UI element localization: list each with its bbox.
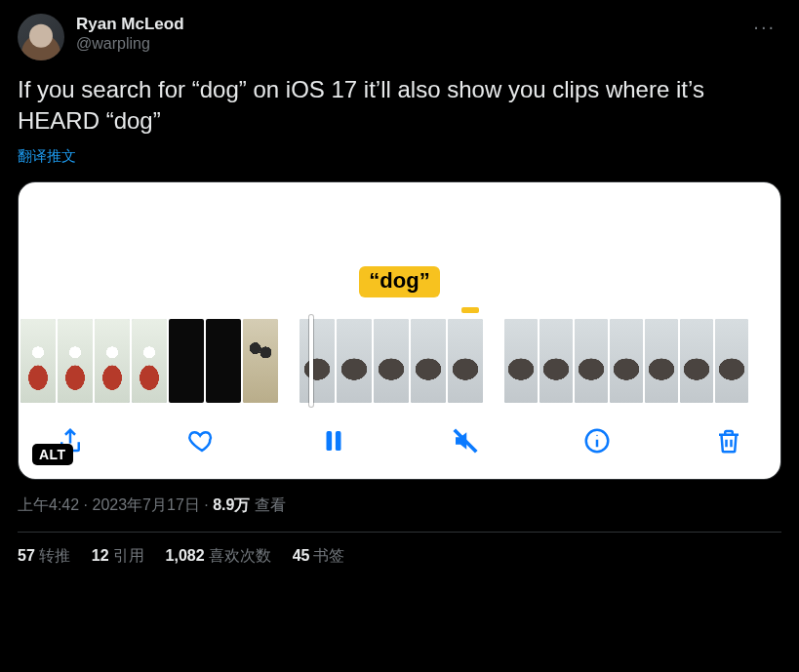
meta-sep: · [200,496,213,513]
views-label: 查看 [250,496,285,513]
thumbnail-strip[interactable] [19,319,780,403]
tweet-container: Ryan McLeod @warpling ··· If you search … [0,0,799,567]
trash-icon[interactable] [712,424,745,457]
caption-caret [461,307,479,313]
tweet-time[interactable]: 上午4:42 [18,496,79,513]
bookmarks-stat[interactable]: 45书签 [293,546,345,567]
thumbnail [645,319,678,403]
quotes-stat[interactable]: 12引用 [92,546,144,567]
author-block[interactable]: Ryan McLeod @warpling [76,14,184,54]
more-icon[interactable]: ··· [747,14,781,40]
media-inner: “dog” [19,182,780,479]
info-icon[interactable] [580,424,614,457]
thumbnail [243,319,278,403]
playhead[interactable] [309,315,313,407]
svg-point-5 [596,434,598,436]
thumbnail [610,319,643,403]
thumbnail [206,319,241,403]
tweet-date[interactable]: 2023年7月17日 [92,496,199,513]
meta-sep: · [79,496,92,513]
svg-rect-1 [336,431,341,451]
alt-badge[interactable]: ALT [32,444,73,465]
caption-row: “dog” [19,266,780,297]
thumbnail [411,319,446,403]
thumbnail [539,319,573,403]
media-controls [19,403,780,467]
retweets-stat[interactable]: 57转推 [18,546,70,567]
thumbnail [58,319,93,403]
thumbnail [374,319,409,403]
clip-group-2[interactable] [300,319,483,403]
clip-group-1[interactable] [20,319,278,403]
heart-icon[interactable] [185,424,219,457]
tweet-header: Ryan McLeod @warpling ··· [18,14,781,60]
user-handle: @warpling [76,34,184,54]
translate-link[interactable]: 翻译推文 [18,147,76,166]
thumbnail [680,319,713,403]
thumbnail [337,319,372,403]
likes-stat[interactable]: 1,082喜欢次数 [166,546,271,567]
thumbnail [504,319,538,403]
caption-badge: “dog” [359,266,439,297]
views-count: 8.9万 [213,496,250,513]
display-name: Ryan McLeod [76,14,184,34]
thumbnail [95,319,130,403]
thumbnail [448,319,483,403]
thumbnail [169,319,204,403]
tweet-meta: 上午4:42 · 2023年7月17日 · 8.9万 查看 [18,495,781,516]
thumbnail [575,319,608,403]
tweet-text: If you search for “dog” on iOS 17 it’ll … [18,74,781,138]
thumbnail [300,319,335,403]
svg-rect-0 [327,431,333,451]
media-card[interactable]: “dog” [18,181,781,480]
pause-icon[interactable] [317,424,350,457]
mute-icon[interactable] [449,424,482,457]
tweet-stats: 57转推 12引用 1,082喜欢次数 45书签 [18,546,781,567]
thumbnail [715,319,748,403]
avatar[interactable] [18,14,64,60]
thumbnail [20,319,56,403]
clip-group-3[interactable] [504,319,748,403]
divider [18,532,781,533]
thumbnail [132,319,167,403]
